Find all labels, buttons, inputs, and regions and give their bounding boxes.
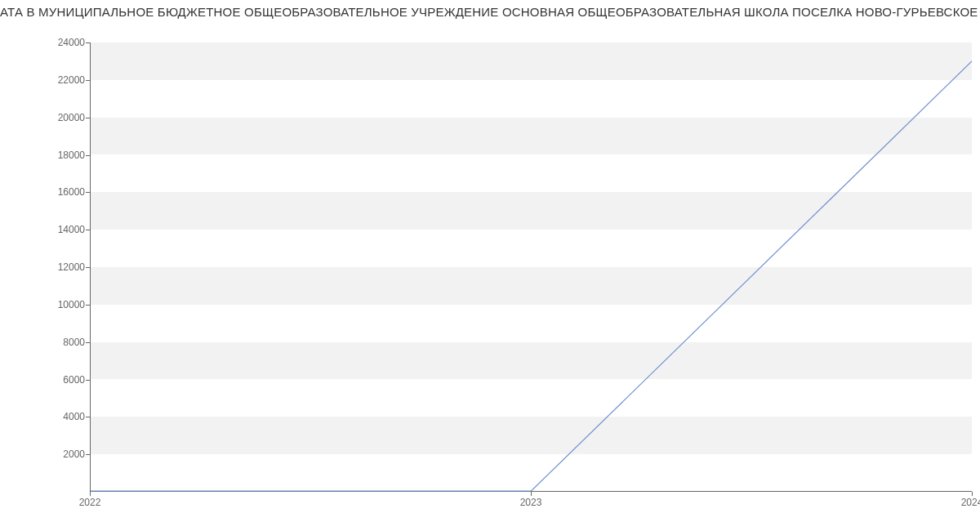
y-tick-label: 18000 — [36, 149, 85, 161]
y-tick-label: 8000 — [36, 337, 85, 348]
y-tick-mark — [86, 118, 90, 118]
y-tick-mark — [86, 80, 90, 81]
y-tick-label: 6000 — [36, 374, 85, 386]
y-tick-label: 20000 — [36, 112, 85, 123]
series-line — [91, 61, 972, 491]
y-tick-mark — [86, 155, 90, 156]
y-tick-label: 4000 — [36, 411, 85, 422]
y-tick-mark — [86, 342, 90, 343]
y-tick-label: 14000 — [36, 224, 85, 235]
x-tick-mark — [972, 492, 973, 496]
y-tick-mark — [86, 267, 90, 268]
plot-area — [90, 42, 972, 492]
y-tick-mark — [86, 305, 90, 306]
x-tick-mark — [90, 492, 91, 496]
x-tick-label: 2024 — [961, 497, 980, 508]
x-tick-label: 2022 — [79, 497, 101, 508]
x-tick-mark — [531, 492, 532, 496]
line-layer — [91, 42, 972, 491]
y-tick-mark — [86, 417, 90, 417]
y-tick-mark — [86, 454, 90, 455]
y-tick-label: 10000 — [36, 299, 85, 310]
y-tick-mark — [86, 192, 90, 193]
y-tick-label: 22000 — [36, 74, 85, 86]
y-tick-label: 16000 — [36, 186, 85, 198]
y-tick-label: 2000 — [36, 448, 85, 460]
y-tick-label: 24000 — [36, 37, 85, 48]
chart-container: 2000400060008000100001200014000160001800… — [0, 25, 980, 515]
y-tick-mark — [86, 380, 90, 381]
x-tick-label: 2023 — [520, 497, 542, 508]
y-tick-mark — [86, 230, 90, 230]
chart-title: АТА В МУНИЦИПАЛЬНОЕ БЮДЖЕТНОЕ ОБЩЕОБРАЗО… — [0, 0, 980, 19]
y-tick-label: 12000 — [36, 261, 85, 273]
y-tick-mark — [86, 42, 90, 43]
